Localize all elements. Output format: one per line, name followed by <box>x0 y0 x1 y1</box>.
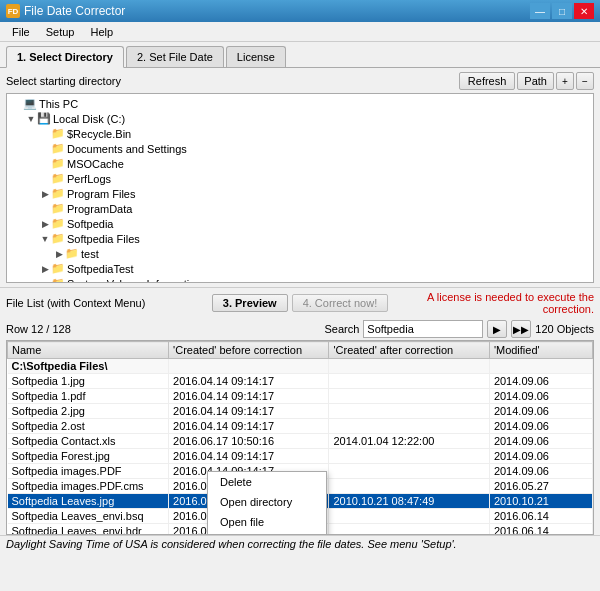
close-button[interactable]: ✕ <box>574 3 594 19</box>
tree-expander: ▶ <box>39 263 51 275</box>
title-bar: FD File Date Corrector — □ ✕ <box>0 0 600 22</box>
section-header: Select starting directory Refresh Path +… <box>6 72 594 90</box>
tree-item[interactable]: 📁 System Volume Information <box>9 276 591 283</box>
tree-label: PerfLogs <box>67 173 111 185</box>
tree-expander <box>11 98 23 110</box>
path-button[interactable]: Path <box>517 72 554 90</box>
row-info: Row 12 / 128 <box>6 323 320 335</box>
cell-name: Softpedia 1.jpg <box>8 374 169 389</box>
cell-name: C:\Softpedia Files\ <box>8 359 169 374</box>
tab-select-directory[interactable]: 1. Select Directory <box>6 46 124 68</box>
cell-modified <box>489 359 592 374</box>
menu-help[interactable]: Help <box>82 24 121 40</box>
cell-modified: 2014.09.06 <box>489 434 592 449</box>
tab-set-file-date[interactable]: 2. Set File Date <box>126 46 224 67</box>
cell-modified: 2014.09.06 <box>489 389 592 404</box>
cell-name: Softpedia 2.ost <box>8 419 169 434</box>
cell-created-before <box>169 359 329 374</box>
tree-item[interactable]: 📁 $Recycle.Bin <box>9 126 591 141</box>
tree-item[interactable]: ▼ 💾 Local Disk (C:) <box>9 111 591 126</box>
tree-item[interactable]: 📁 PerfLogs <box>9 171 591 186</box>
table-row[interactable]: Softpedia Forest.jpg 2016.04.14 09:14:17… <box>8 449 593 464</box>
table-row[interactable]: C:\Softpedia Files\ <box>8 359 593 374</box>
cell-created-after <box>329 509 489 524</box>
menu-setup[interactable]: Setup <box>38 24 83 40</box>
remove-path-button[interactable]: − <box>576 72 594 90</box>
tree-label: $Recycle.Bin <box>67 128 131 140</box>
play-button[interactable]: ▶ <box>487 320 507 338</box>
refresh-button[interactable]: Refresh <box>459 72 516 90</box>
tree-label: test <box>81 248 99 260</box>
tree-item[interactable]: 📁 MSOCache <box>9 156 591 171</box>
cell-created-before: 2016.06.17 10:50:16 <box>169 434 329 449</box>
fast-forward-button[interactable]: ▶▶ <box>511 320 531 338</box>
cell-created-after <box>329 524 489 536</box>
tree-item[interactable]: 📁 ProgramData <box>9 201 591 216</box>
cell-created-after <box>329 449 489 464</box>
cell-name: Softpedia 2.jpg <box>8 404 169 419</box>
tree-item[interactable]: ▼ 📁 Softpedia Files <box>9 231 591 246</box>
cell-name: Softpedia Leaves_envi.bsq <box>8 509 169 524</box>
tree-label: System Volume Information <box>67 278 202 284</box>
tree-panel[interactable]: 💻 This PC ▼ 💾 Local Disk (C:) 📁 $Recycle… <box>6 93 594 283</box>
search-label: Search <box>324 323 359 335</box>
bottom-toolbar: File List (with Context Menu) 3. Preview… <box>0 287 600 318</box>
menu-file[interactable]: File <box>4 24 38 40</box>
tree-expander <box>39 143 51 155</box>
tree-item[interactable]: ▶ 📁 SoftpediaTest <box>9 261 591 276</box>
tree-expander: ▼ <box>39 233 51 245</box>
folder-icon: 📁 <box>65 247 79 260</box>
folder-icon: 💻 <box>23 97 37 110</box>
tree-item[interactable]: 📁 Documents and Settings <box>9 141 591 156</box>
table-row[interactable]: Softpedia 1.pdf 2016.04.14 09:14:17 2014… <box>8 389 593 404</box>
tree-expander <box>39 203 51 215</box>
tree-label: ProgramData <box>67 203 132 215</box>
folder-icon: 📁 <box>51 277 65 283</box>
context-menu-item[interactable]: Open directory <box>208 492 326 512</box>
cell-created-before: 2016.04.14 09:14:17 <box>169 374 329 389</box>
tree-item[interactable]: ▶ 📁 test <box>9 246 591 261</box>
cell-name: Softpedia Forest.jpg <box>8 449 169 464</box>
col-header-created-after: 'Created' after correction <box>329 342 489 359</box>
folder-icon: 📁 <box>51 142 65 155</box>
tree-expander <box>39 173 51 185</box>
cell-created-after <box>329 359 489 374</box>
col-header-modified: 'Modified' <box>489 342 592 359</box>
objects-count: 120 Objects <box>535 323 594 335</box>
cell-name: Softpedia images.PDF <box>8 464 169 479</box>
tree-expander: ▶ <box>53 248 65 260</box>
tree-item[interactable]: ▶ 📁 Softpedia <box>9 216 591 231</box>
cell-name: Softpedia Leaves_envi.hdr <box>8 524 169 536</box>
table-row[interactable]: Softpedia Contact.xls 2016.06.17 10:50:1… <box>8 434 593 449</box>
cell-created-after <box>329 479 489 494</box>
maximize-button[interactable]: □ <box>552 3 572 19</box>
cell-modified: 2014.09.06 <box>489 419 592 434</box>
folder-icon: 📁 <box>51 232 65 245</box>
search-input[interactable] <box>363 320 483 338</box>
preview-button[interactable]: 3. Preview <box>212 294 288 312</box>
app-icon: FD <box>6 4 20 18</box>
tree-item[interactable]: ▶ 📁 Program Files <box>9 186 591 201</box>
correct-button[interactable]: 4. Correct now! <box>292 294 389 312</box>
tree-item[interactable]: 💻 This PC <box>9 96 591 111</box>
tab-license[interactable]: License <box>226 46 286 67</box>
table-row[interactable]: Softpedia 2.ost 2016.04.14 09:14:17 2014… <box>8 419 593 434</box>
cell-created-before: 2016.04.14 09:14:17 <box>169 449 329 464</box>
cell-modified: 2016.06.14 <box>489 509 592 524</box>
table-row[interactable]: Softpedia 1.jpg 2016.04.14 09:14:17 2014… <box>8 374 593 389</box>
table-row[interactable]: Softpedia 2.jpg 2016.04.14 09:14:17 2014… <box>8 404 593 419</box>
file-table-container[interactable]: Name 'Created' before correction 'Create… <box>6 340 594 535</box>
title-bar-left: FD File Date Corrector <box>6 4 125 18</box>
minimize-button[interactable]: — <box>530 3 550 19</box>
context-menu-item[interactable]: Open file <box>208 512 326 532</box>
status-bar: Daylight Saving Time of USA is considere… <box>0 535 600 552</box>
folder-icon: 📁 <box>51 187 65 200</box>
tree-expander: ▶ <box>39 188 51 200</box>
folder-icon: 💾 <box>37 112 51 125</box>
search-bar: Row 12 / 128 Search ▶ ▶▶ 120 Objects <box>0 318 600 340</box>
context-menu-item[interactable]: Delete <box>208 472 326 492</box>
tree-expander <box>39 158 51 170</box>
cell-modified: 2016.06.14 <box>489 524 592 536</box>
add-path-button[interactable]: + <box>556 72 574 90</box>
menu-bar: File Setup Help <box>0 22 600 42</box>
